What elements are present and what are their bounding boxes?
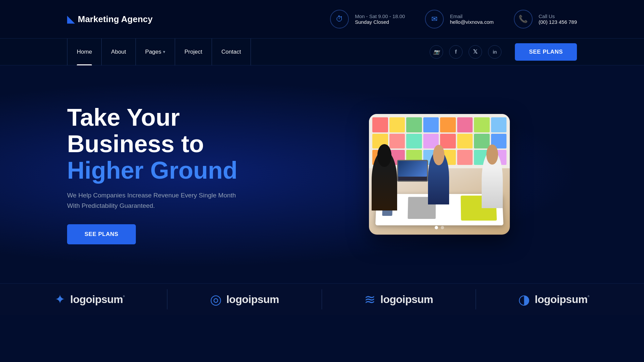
phone-icon: 📞: [514, 10, 533, 28]
slide-dot-2[interactable]: [441, 226, 444, 229]
monitor: [397, 160, 428, 182]
nav-item-pages[interactable]: Pages ▾: [136, 39, 175, 65]
hero-subtitle: We Help Companies Increase Revenue Every…: [67, 190, 241, 211]
contact-phone: 📞 Call Us (00) 123 456 789: [514, 10, 577, 28]
sticky-note: [406, 134, 422, 149]
hero-image-area: [302, 114, 577, 235]
sticky-note: [457, 117, 473, 132]
top-bar: ◣ Marketing Agency ⏱ Mon - Sat 9.00 - 18…: [0, 0, 644, 39]
logo-divider-2: [322, 289, 322, 309]
hero-content: Take Your Business to Higher Ground We H…: [67, 104, 302, 244]
see-plans-button-nav[interactable]: SEE PLANS: [515, 43, 577, 61]
sticky-note: [474, 134, 490, 149]
instagram-icon[interactable]: 📷: [430, 45, 443, 59]
nav-social: 📷 f 𝕏 in: [430, 45, 501, 59]
email-icon: ✉: [425, 10, 444, 28]
nav-item-contact[interactable]: Contact: [212, 39, 251, 65]
logo[interactable]: ◣ Marketing Agency: [67, 14, 153, 25]
logos-bar: ✦ logoipsum° ◎ logoipsum ≋ logoipsum ◑ l…: [0, 283, 644, 315]
brand-4-icon: ◑: [518, 292, 530, 307]
person-right: [482, 150, 503, 208]
brand-3-text: logoipsum: [380, 293, 433, 306]
hero-title-highlight: Higher Ground: [67, 157, 237, 184]
brand-1-icon: ✦: [55, 292, 65, 307]
brand-4-text: logoipsum°: [535, 293, 589, 306]
linkedin-icon[interactable]: in: [488, 45, 501, 59]
hours-value: Sunday Closed: [355, 19, 405, 25]
logo-divider-3: [476, 289, 476, 309]
nav-item-project[interactable]: Project: [175, 39, 212, 65]
brand-2-icon: ◎: [210, 292, 222, 307]
nav-links: Home About Pages ▾ Project Contact: [67, 39, 430, 65]
meeting-scene: [369, 114, 510, 235]
sticky-note: [372, 117, 388, 132]
sticky-note: [457, 134, 473, 149]
brand-3-icon: ≋: [364, 292, 376, 307]
sticky-note: [389, 134, 405, 149]
hero-section: Take Your Business to Higher Ground We H…: [0, 65, 644, 283]
logo-text: Marketing Agency: [78, 14, 153, 24]
brand-2-text: logoipsum: [226, 293, 279, 306]
contact-email: ✉ Email hello@vixnova.com: [425, 10, 493, 28]
sticky-note: [423, 117, 439, 132]
sticky-note: [457, 150, 473, 165]
hero-image: [369, 114, 510, 235]
nav-item-about[interactable]: About: [102, 39, 136, 65]
person-middle: [428, 150, 449, 204]
brand-1: ✦ logoipsum°: [55, 292, 124, 307]
sticky-note: [440, 134, 456, 149]
facebook-icon[interactable]: f: [449, 45, 463, 59]
contact-hours: ⏱ Mon - Sat 9.00 - 18.00 Sunday Closed: [330, 10, 405, 28]
email-value: hello@vixnova.com: [450, 19, 493, 25]
sticky-note: [406, 117, 422, 132]
logo-icon: ◣: [67, 14, 74, 25]
slide-dots: [435, 226, 444, 229]
nav-item-home[interactable]: Home: [67, 39, 102, 65]
contact-items: ⏱ Mon - Sat 9.00 - 18.00 Sunday Closed ✉…: [330, 10, 577, 28]
see-plans-button-hero[interactable]: SEE PLANS: [67, 224, 136, 244]
brand-2: ◎ logoipsum: [210, 292, 279, 307]
brand-1-text: logoipsum°: [70, 293, 124, 306]
brand-4: ◑ logoipsum°: [518, 292, 589, 307]
phone-label: Call Us: [539, 13, 577, 19]
sticky-note: [440, 117, 456, 132]
slide-dot-1[interactable]: [435, 226, 438, 229]
sticky-note: [491, 117, 507, 132]
phone-value: (00) 123 456 789: [539, 19, 577, 25]
brand-3: ≋ logoipsum: [364, 292, 433, 307]
twitter-icon[interactable]: 𝕏: [469, 45, 482, 59]
clock-icon: ⏱: [330, 10, 349, 28]
nav-bar: Home About Pages ▾ Project Contact 📷 f 𝕏…: [0, 39, 644, 65]
hours-label: Mon - Sat 9.00 - 18.00: [355, 13, 405, 19]
logo-divider-1: [167, 289, 167, 309]
email-label: Email: [450, 13, 493, 19]
sticky-note: [389, 117, 405, 132]
person-left: [372, 150, 397, 210]
chevron-down-icon: ▾: [163, 49, 165, 54]
hero-title: Take Your Business to Higher Ground: [67, 104, 302, 184]
sticky-note: [474, 117, 490, 132]
